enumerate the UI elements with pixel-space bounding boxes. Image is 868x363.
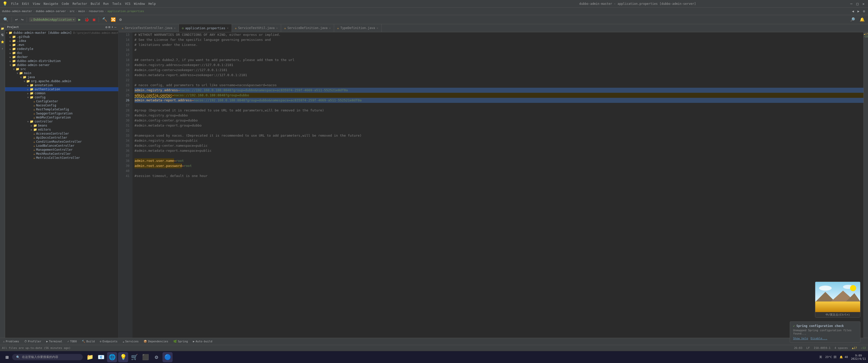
tab-close-4[interactable]: ✕ [376, 27, 378, 30]
tool-todo[interactable]: ✓ TODO [66, 339, 78, 343]
tree-item-NacosConfig[interactable]: ☕NacosConfig [5, 103, 118, 107]
menu-code[interactable]: Code [60, 1, 71, 6]
sidebar-expand-icon[interactable]: ⬇ [111, 25, 113, 29]
breadcrumb-file[interactable]: application.properties [107, 9, 144, 13]
taskbar-app-browser[interactable]: 🌐 [107, 352, 117, 362]
code-area[interactable]: # WITHOUT WARRANTIES OR CONDITIONS OF AN… [132, 32, 864, 338]
minimize-button[interactable]: ─ [849, 2, 854, 6]
tool-build[interactable]: 🔨 Build [81, 339, 96, 343]
tab-type-definition[interactable]: ☕ TypeDefinition.java ✕ [334, 24, 381, 32]
breadcrumb-part-2[interactable]: src [70, 9, 75, 13]
status-charset[interactable]: ISO-8859-1 [814, 346, 830, 350]
tree-item-codestyle[interactable]: ▶📁codestyle [5, 47, 118, 51]
close-button[interactable]: ✕ [862, 2, 866, 6]
sidebar-layout-icon[interactable]: ⊞ [108, 25, 111, 29]
menu-refactor[interactable]: Refactor [71, 1, 89, 6]
tree-item-authentication[interactable]: ▶📁authentication [5, 87, 118, 91]
toolbar-redo-button[interactable]: ↪ [20, 16, 25, 23]
taskbar-app-mail[interactable]: 📧 [96, 352, 106, 362]
popup-disable[interactable]: Disable... [811, 337, 827, 340]
left-icon-project[interactable]: 📁 [0, 25, 4, 32]
left-icon-structure[interactable]: 🏗 [0, 32, 4, 38]
nav-forward-button[interactable]: ▶ [857, 9, 861, 13]
sidebar-settings-icon[interactable]: ⚙ [105, 25, 107, 29]
tool-autobuild[interactable]: ▶ Auto-build [192, 339, 214, 343]
tool-profiler[interactable]: ⏱ Profiler [23, 339, 42, 343]
status-spaces[interactable]: 4 spaces [834, 346, 848, 350]
tab-service-definition[interactable]: ☕ ServiceDefinition.java ✕ [281, 24, 334, 32]
git-button[interactable]: 🔀 [110, 16, 117, 23]
menu-build[interactable]: Build [89, 1, 101, 6]
tree-item-mvn[interactable]: ▶📁.mvn [5, 43, 118, 47]
tree-item-WebMvcConfiguration[interactable]: ☕WebMvcConfiguration [5, 116, 118, 120]
nav-back-button[interactable]: ◀ [851, 9, 855, 13]
tool-problems[interactable]: ⚠ Problems [2, 339, 20, 343]
tab-close-3[interactable]: ✕ [329, 27, 331, 30]
tree-item-org[interactable]: ▼📁org.apache.dubbo.admin [5, 79, 118, 83]
nav-settings-button[interactable]: ⚙ [862, 9, 866, 13]
breadcrumb-part-3[interactable]: main [78, 9, 85, 13]
run-config-group[interactable]: ☕ DubboAdminApplication ▾ [29, 18, 76, 22]
tree-item-server[interactable]: ▼📁dubbo-admin-server [5, 63, 118, 67]
tab-close-2[interactable]: ✕ [276, 27, 278, 30]
left-icon-jrebel[interactable]: ⚡ [1, 45, 4, 52]
sidebar-collapse-icon[interactable]: — [114, 25, 116, 29]
tool-spring[interactable]: 🌿 Spring [172, 339, 189, 343]
tree-item-ApiDocsController[interactable]: ☕ApiDocsController [5, 136, 118, 140]
breadcrumb-part-0[interactable]: dubbo-admin-master [2, 9, 32, 13]
status-lf[interactable]: LF [806, 346, 810, 350]
tab-service-test-util[interactable]: ☕ ServiceTestUtil.java ✕ [232, 24, 281, 32]
menu-window[interactable]: Window [132, 1, 146, 6]
tab-close-1[interactable]: ✕ [227, 27, 228, 30]
menu-tools[interactable]: Tools [111, 1, 123, 6]
tool-terminal[interactable]: ▶ Terminal [45, 339, 64, 343]
tree-item-LoadBalanceController[interactable]: ☕LoadBalanceController [5, 144, 118, 148]
menu-vcs[interactable]: VCS [123, 1, 132, 6]
debug-button[interactable]: 🐞 [83, 16, 91, 23]
maximize-button[interactable]: □ [856, 2, 860, 6]
menu-help[interactable]: Help [147, 1, 157, 6]
tree-item-java[interactable]: ▼📁java [5, 75, 118, 79]
taskbar-search[interactable]: 🔍 在这里输入你要搜索的内容 [12, 354, 83, 360]
tab-service-test-controller[interactable]: ☕ ServiceTestController.java ✕ [119, 24, 179, 32]
tool-endpoints[interactable]: ⊙ Endpoints [99, 339, 118, 343]
menu-navigate[interactable]: Navigate [42, 1, 60, 6]
toolbar-search-everywhere[interactable]: 🔎 [849, 16, 857, 23]
tool-dependencies[interactable]: 📦 Dependencies [143, 339, 169, 343]
tree-item-AccessesController[interactable]: ☕AccessesController [5, 132, 118, 136]
tree-item-editors[interactable]: ▶📁editors [5, 128, 118, 132]
tree-item-common[interactable]: ▶📁common [5, 91, 118, 95]
tree-item-ConditionRoutesController[interactable]: ☕ConditionRoutesController [5, 140, 118, 144]
tree-item-idea[interactable]: ▶📁.idea [5, 39, 118, 43]
tree-item-annotation[interactable]: ▶📁annotation [5, 83, 118, 87]
taskbar-app-settings[interactable]: ⚙ [151, 352, 161, 362]
settings-button[interactable]: ⚙ [118, 16, 123, 23]
taskbar-clock[interactable]: 9:09 2022/4/11 [851, 354, 866, 361]
taskbar-app-intellij[interactable]: 💡 [118, 352, 128, 362]
tree-item-MetricsCollectController[interactable]: ☕MetricsCollectController [5, 156, 118, 160]
tree-item-ManagementController[interactable]: ☕ManagementController [5, 148, 118, 152]
tree-item-MeshRouteController[interactable]: ☕MeshRouteController [5, 152, 118, 156]
tree-item-main[interactable]: ▼📁main [5, 71, 118, 75]
taskbar-input-method[interactable]: 英 [819, 355, 822, 359]
toolbar-notifications[interactable]: 🔔 [859, 16, 866, 23]
left-icon-favorites[interactable]: ⭐ [0, 39, 5, 45]
breadcrumb-part-4[interactable]: resources [89, 9, 104, 13]
tree-item-docker[interactable]: ▶📁docker [5, 55, 118, 59]
stop-button[interactable]: ■ [92, 16, 97, 23]
taskbar-app-chrome[interactable]: 🔵 [162, 352, 173, 362]
tree-item-root[interactable]: ▼📁dubbo-admin-master [dubbo-admin]D:\pro… [5, 31, 118, 35]
tree-item-distribution[interactable]: ▶📁dubbo-admin-distribution [5, 59, 118, 63]
taskbar-notifications[interactable]: 🔔 48 [839, 356, 848, 359]
tree-item-config[interactable]: ▼📁config [5, 95, 118, 99]
tree-item-SwaggerConfiguration[interactable]: ☕SwaggerConfiguration [5, 111, 118, 116]
menu-run[interactable]: Run [102, 1, 110, 6]
tree-item-github[interactable]: ▶📁.github [5, 35, 118, 39]
image-label[interactable]: 中/英文点(Ctrl+) [815, 312, 860, 318]
menu-edit[interactable]: Edit [21, 1, 31, 6]
run-button[interactable]: ▶ [77, 16, 82, 23]
start-button[interactable]: ⊞ [2, 352, 12, 362]
tab-application-properties[interactable]: ⚙ application.properties ✕ [179, 24, 232, 32]
menu-file[interactable]: File [9, 1, 20, 6]
popup-show-help[interactable]: Show help [793, 337, 808, 340]
